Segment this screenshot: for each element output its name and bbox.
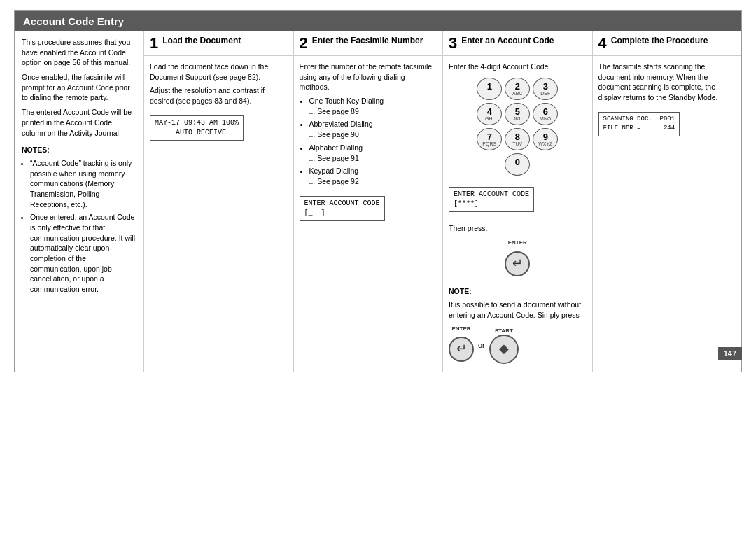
steps-body: Load the document face down in the Docum… <box>144 56 741 372</box>
step-3-title: Enter an Account Code <box>461 36 554 47</box>
intro-3: The entered Account Code will be printed… <box>22 107 136 138</box>
step-2-item-2: Abbreviated Dialing... See page 90 <box>309 119 438 139</box>
step-2-number: 2 <box>300 36 308 51</box>
enter-button[interactable]: ↵ <box>505 251 530 276</box>
step-2-list: One Touch Key Dialing... See page 89 Abb… <box>309 96 438 187</box>
step-3-p1: Enter the 4-digit Account Code. <box>449 62 587 72</box>
step-3-header: 3 Enter an Account Code <box>443 31 593 55</box>
step-1-number: 1 <box>150 36 158 51</box>
step-4-body: The facsimile starts scanning the docume… <box>593 56 742 372</box>
step-2-body: Enter the number of the remote facsimile… <box>294 56 444 372</box>
start-label: START <box>495 327 513 335</box>
step-2-lcd: ENTER ACCOUNT CODE[_ ] <box>300 196 385 221</box>
step-2-item-3: Alphabet Dialing... See page 91 <box>309 143 438 163</box>
step-3-number: 3 <box>449 36 457 51</box>
key-6[interactable]: 6MNO <box>533 103 558 125</box>
keypad: 1 2ABC 3DEF 4GHI 5JKL 6MNO 7PQRS 8TUV 9W… <box>477 78 558 176</box>
page-container: Account Code Entry This procedure assume… <box>14 10 742 372</box>
content-area: This procedure assumes that you have ena… <box>15 31 741 372</box>
intro-1: This procedure assumes that you have ena… <box>22 37 136 68</box>
left-panel: This procedure assumes that you have ena… <box>15 31 144 372</box>
step-4-title: Complete the Procedure <box>611 36 708 47</box>
step-1-body: Load the document face down in the Docum… <box>144 56 294 372</box>
step-1-header: 1 Load the Document <box>144 31 294 55</box>
diamond-icon: ◆ <box>499 340 509 358</box>
notes-header: NOTES: <box>22 145 136 155</box>
intro-2: Once enabled, the facsimile will prompt … <box>22 72 136 103</box>
key-8[interactable]: 8TUV <box>505 128 530 150</box>
notes-list: “Account Code” tracking is only possible… <box>30 158 136 295</box>
step-3-body: Enter the 4-digit Account Code. 1 2ABC 3… <box>443 56 593 372</box>
key-0[interactable]: 0 <box>505 153 530 176</box>
step-3-note-body: It is possible to send a document withou… <box>449 300 587 320</box>
or-area: ENTER ↵ or START ◆ <box>449 325 587 366</box>
enter-label: ENTER <box>508 239 527 246</box>
key-1[interactable]: 1 <box>477 78 502 100</box>
key-9[interactable]: 9WXYZ <box>533 128 558 150</box>
step-4-p1: The facsimile starts scanning the docume… <box>598 62 736 103</box>
step-2-header: 2 Enter the Facsimile Number <box>294 31 444 55</box>
step-4-lcd: SCANNING DOC. P001FILE NBR = 244 <box>598 112 680 136</box>
steps-header: 1 Load the Document 2 Enter the Facsimil… <box>144 31 741 56</box>
step-1-p1: Load the document face down in the Docum… <box>150 62 288 82</box>
step-2-item-4: Keypad Dialing... See page 92 <box>309 166 438 186</box>
key-3[interactable]: 3DEF <box>533 78 558 100</box>
key-2[interactable]: 2ABC <box>505 78 530 100</box>
or-text: or <box>478 340 485 351</box>
step-1-p2: Adjust the resolution and contrast if de… <box>150 85 288 106</box>
steps-area: 1 Load the Document 2 Enter the Facsimil… <box>144 31 741 372</box>
step-3-note-header: NOTE: <box>449 286 587 297</box>
step-2-title: Enter the Facsimile Number <box>312 36 424 47</box>
note-1: “Account Code” tracking is only possible… <box>30 158 136 209</box>
key-5[interactable]: 5JKL <box>505 103 530 125</box>
then-press-label: Then press: <box>449 223 587 234</box>
enter-button-2[interactable]: ↵ <box>449 337 474 362</box>
step-3-lcd: ENTER ACCOUNT CODE[****] <box>449 187 534 212</box>
page-title: Account Code Entry <box>15 11 741 31</box>
step-2-item-1: One Touch Key Dialing... See page 89 <box>309 96 438 116</box>
enter-label-2: ENTER <box>451 325 470 332</box>
step-4-number: 4 <box>598 36 607 51</box>
key-7[interactable]: 7PQRS <box>477 128 502 150</box>
enter-button-area: ENTER ↵ <box>449 239 587 280</box>
page-number: 147 <box>718 347 742 360</box>
step-1-lcd: MAY-17 09:43 AM 100% AUTO RECEIVE <box>150 115 244 141</box>
start-button[interactable]: ◆ <box>489 335 519 364</box>
note-2: Once entered, an Account Code is only ef… <box>30 212 136 295</box>
enter-arrow-icon-2: ↵ <box>456 340 467 358</box>
enter-arrow-icon: ↵ <box>512 255 523 272</box>
step-2-p1: Enter the number of the remote facsimile… <box>300 62 438 92</box>
key-4[interactable]: 4GHI <box>477 103 502 125</box>
step-4-header: 4 Complete the Procedure <box>593 31 742 55</box>
step-1-title: Load the Document <box>162 36 241 47</box>
